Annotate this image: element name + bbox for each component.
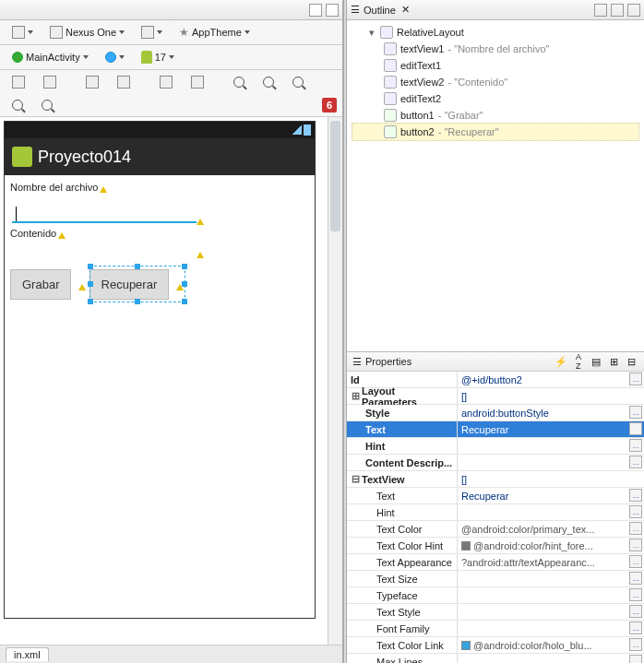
- palette-dropdown[interactable]: [6, 23, 40, 41]
- ellipsis-button[interactable]: …: [629, 572, 642, 585]
- ellipsis-button[interactable]: …: [629, 605, 642, 618]
- ellipsis-button[interactable]: …: [629, 655, 642, 663]
- maximize-icon[interactable]: [326, 4, 339, 17]
- prop-tv-hint[interactable]: Hint…: [347, 504, 644, 521]
- tree-item-edittext2[interactable]: editText2: [352, 90, 638, 107]
- tree-item-textview2[interactable]: textView2 - "Contenido": [352, 74, 638, 90]
- prop-text-color[interactable]: Text Color@android:color/primary_tex...…: [347, 521, 644, 538]
- zoom-icon: [233, 77, 244, 88]
- ellipsis-button[interactable]: …: [629, 456, 642, 468]
- zoom-reset[interactable]: [256, 74, 280, 90]
- ellipsis-button[interactable]: …: [629, 373, 642, 385]
- ellipsis-button[interactable]: …: [629, 505, 642, 518]
- tree-item-button1[interactable]: button1 - "Grabar": [352, 107, 638, 124]
- prop-layout-params[interactable]: ⊞Layout Parameters[]: [347, 388, 644, 405]
- zoom-in[interactable]: [35, 97, 59, 113]
- prop-text-color-link[interactable]: Text Color Link@android:color/holo_blu..…: [347, 637, 644, 654]
- edittext-icon: [384, 92, 397, 105]
- toggle-viewport[interactable]: [6, 73, 31, 91]
- color-swatch: [461, 541, 471, 551]
- props-filter-icon[interactable]: ⚡: [554, 354, 568, 369]
- editor-footer: in.xml: [0, 645, 342, 663]
- prop-typeface[interactable]: Typeface…: [347, 587, 644, 604]
- ellipsis-button[interactable]: …: [629, 588, 642, 601]
- tree-item-button2[interactable]: button2 - "Recuperar": [352, 123, 639, 141]
- ellipsis-button[interactable]: …: [629, 622, 642, 634]
- ellipsis-button[interactable]: …: [629, 522, 642, 535]
- ellipsis-button[interactable]: …: [629, 422, 642, 435]
- prop-textview[interactable]: ⊟TextView[]: [347, 471, 644, 488]
- props-show-advanced-icon[interactable]: ▤: [589, 354, 603, 369]
- tree-item-edittext1[interactable]: editText1: [352, 57, 638, 74]
- props-add-icon[interactable]: ⊞: [606, 354, 621, 369]
- ellipsis-button[interactable]: …: [629, 489, 642, 502]
- properties-table[interactable]: Id@+id/button2… ⊞Layout Parameters[] Sty…: [347, 372, 644, 663]
- orientation-dropdown[interactable]: [135, 23, 169, 41]
- align-tool-1[interactable]: [153, 73, 179, 91]
- show-constraints[interactable]: [79, 73, 105, 91]
- zoom-in-icon: [42, 100, 53, 111]
- prop-text-appearance[interactable]: Text Appearance?android:attr/textAppeara…: [347, 554, 644, 571]
- props-sort-alpha-icon[interactable]: AZ: [571, 354, 586, 369]
- minimize-icon[interactable]: [309, 4, 322, 17]
- locale-dropdown[interactable]: [99, 49, 131, 65]
- android-icon: [141, 51, 152, 64]
- zoom-fit[interactable]: [227, 74, 251, 90]
- prop-max-lines[interactable]: Max Lines…: [347, 654, 644, 663]
- ellipsis-button[interactable]: …: [629, 638, 642, 651]
- app-bar: Proyecto014: [5, 138, 315, 175]
- prop-style[interactable]: Styleandroid:buttonStyle…: [347, 405, 644, 421]
- minimize-icon[interactable]: [611, 4, 624, 17]
- button1[interactable]: Grabar: [10, 269, 71, 300]
- zoom-icon: [292, 77, 304, 88]
- textview1[interactable]: Nombre del archivo: [10, 181, 309, 194]
- activity-dropdown[interactable]: MainActivity: [6, 49, 95, 65]
- align-tool-2[interactable]: [185, 73, 210, 91]
- ellipsis-button[interactable]: …: [629, 406, 642, 419]
- zoom-100[interactable]: [286, 74, 310, 90]
- device-dropdown[interactable]: Nexus One: [43, 23, 131, 41]
- edittext1[interactable]: [12, 203, 197, 223]
- ellipsis-button[interactable]: …: [629, 439, 642, 452]
- props-remove-icon[interactable]: ⊟: [624, 354, 638, 369]
- properties-title: Properties: [365, 356, 411, 367]
- prop-content-description[interactable]: Content Descrip...…: [347, 455, 644, 471]
- prop-font-family[interactable]: Font Family…: [347, 621, 644, 637]
- textview2[interactable]: Contenido: [10, 227, 309, 240]
- status-bar: [5, 122, 315, 138]
- prop-text[interactable]: TextRecuperar…: [347, 421, 644, 438]
- toggle-outline[interactable]: [37, 73, 63, 91]
- collapse-icon[interactable]: ▾: [367, 24, 376, 41]
- outline-title: Outline: [364, 5, 396, 16]
- theme-dropdown[interactable]: ★AppTheme: [173, 23, 256, 41]
- lint-count-badge[interactable]: 6: [322, 98, 337, 112]
- show-margins[interactable]: [111, 73, 137, 91]
- api-dropdown[interactable]: 17: [135, 48, 181, 66]
- ellipsis-button[interactable]: …: [629, 555, 642, 568]
- app-title: Proyecto014: [38, 148, 131, 167]
- layout-icon: [380, 26, 393, 39]
- prop-hint[interactable]: Hint…: [347, 438, 644, 455]
- prop-tv-text[interactable]: TextRecuperar…: [347, 488, 644, 504]
- textview-icon: [384, 76, 397, 89]
- device-preview[interactable]: Proyecto014 Nombre del archivo Contenido…: [0, 117, 342, 645]
- outline-tree[interactable]: ▾ RelativeLayout textView1 - "Nombre del…: [347, 20, 644, 166]
- prop-text-style[interactable]: Text Style…: [347, 604, 644, 621]
- prop-text-color-hint[interactable]: Text Color Hint@android:color/hint_fore.…: [347, 538, 644, 554]
- xml-tab[interactable]: in.xml: [6, 647, 49, 661]
- warning-icon: [78, 284, 86, 290]
- right-pane: ☰ Outline ✕ ▾ RelativeLayout textView1 -…: [347, 0, 644, 663]
- outline-menu-icon[interactable]: [594, 4, 607, 17]
- outline-header: ☰ Outline ✕: [347, 0, 644, 20]
- star-icon: ★: [179, 26, 189, 39]
- tree-root[interactable]: ▾ RelativeLayout: [352, 24, 638, 41]
- signal-icon: [292, 125, 302, 135]
- properties-header: ☰ Properties ⚡ AZ ▤ ⊞ ⊟: [347, 352, 644, 372]
- preview-scrollbar[interactable]: [328, 117, 342, 645]
- textview-icon: [384, 42, 397, 55]
- ellipsis-button[interactable]: …: [629, 539, 642, 551]
- maximize-icon[interactable]: [627, 4, 640, 17]
- tree-item-textview1[interactable]: textView1 - "Nombre del archivo": [352, 41, 638, 57]
- zoom-out[interactable]: [6, 97, 30, 113]
- prop-text-size[interactable]: Text Size…: [347, 571, 644, 587]
